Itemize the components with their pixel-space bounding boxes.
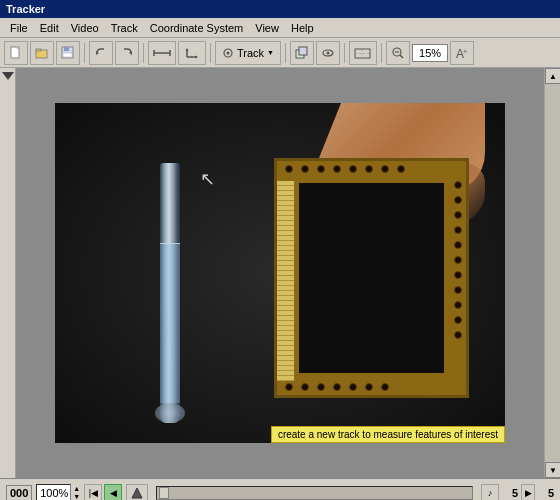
- open-icon: [35, 46, 49, 60]
- percentage-display: ▲ ▼: [36, 484, 80, 501]
- track-button[interactable]: Track ▼: [215, 41, 281, 65]
- scroll-up-icon: ▲: [549, 72, 557, 81]
- frame-count-left: 5: [502, 487, 518, 499]
- undo-icon: [94, 46, 108, 60]
- calibration-button[interactable]: [148, 41, 176, 65]
- right-scrollbar: ▲ ▼: [544, 68, 560, 478]
- track-label: Track: [237, 47, 264, 59]
- zoom-out-button[interactable]: [386, 41, 410, 65]
- frame-display: 000: [6, 485, 32, 501]
- separator-1: [84, 43, 85, 63]
- toolbar: Track ▼ A: [0, 38, 560, 68]
- menu-help[interactable]: Help: [285, 20, 320, 36]
- axes-button[interactable]: [178, 41, 206, 65]
- axes-icon: [182, 46, 202, 60]
- svg-line-27: [400, 55, 403, 58]
- percentage-input[interactable]: [36, 484, 71, 501]
- svg-marker-30: [132, 488, 142, 498]
- visibility-button[interactable]: [316, 41, 340, 65]
- menu-bar: File Edit Video Track Coordinate System …: [0, 18, 560, 38]
- svg-text:+: +: [463, 48, 467, 55]
- menu-track[interactable]: Track: [105, 20, 144, 36]
- svg-rect-3: [36, 49, 41, 51]
- play-back-icon: ◀: [110, 488, 117, 498]
- holes-bottom: [285, 383, 389, 391]
- speaker-button[interactable]: ♪: [481, 484, 499, 501]
- speaker-icon: ♪: [488, 488, 493, 498]
- menu-video[interactable]: Video: [65, 20, 105, 36]
- new-button[interactable]: [4, 41, 28, 65]
- app-title: Tracker: [6, 3, 45, 15]
- new-icon: [9, 46, 23, 60]
- menu-file[interactable]: File: [4, 20, 34, 36]
- pct-spinner-up[interactable]: ▲ ▼: [73, 485, 80, 500]
- video-frame: ↖ create a new track to measure features…: [55, 103, 505, 443]
- tube-base: [155, 403, 185, 423]
- menu-edit[interactable]: Edit: [34, 20, 65, 36]
- frame-number: 000: [6, 485, 32, 501]
- clone-button[interactable]: [290, 41, 314, 65]
- coords-icon: [353, 46, 373, 60]
- separator-5: [344, 43, 345, 63]
- clone-icon: [295, 46, 309, 60]
- redo-button[interactable]: [115, 41, 139, 65]
- separator-6: [381, 43, 382, 63]
- menu-view[interactable]: View: [249, 20, 285, 36]
- svg-rect-6: [63, 53, 72, 57]
- playback-controls: |◀ ◀: [84, 484, 122, 501]
- svg-marker-15: [195, 55, 198, 58]
- open-button[interactable]: [30, 41, 54, 65]
- scroll-up-button[interactable]: ▲: [545, 68, 560, 84]
- scroll-down-button[interactable]: ▼: [545, 462, 560, 478]
- notch-indicator: [2, 72, 14, 80]
- track-dropdown-arrow: ▼: [267, 49, 274, 56]
- frame-count-right: 5: [538, 487, 554, 499]
- frame-inner: [299, 183, 444, 373]
- holes-right: [454, 181, 462, 339]
- slider-thumb[interactable]: [159, 487, 169, 499]
- svg-point-17: [227, 51, 230, 54]
- status-text: create a new track to measure features o…: [278, 429, 498, 440]
- video-canvas: ↖ create a new track to measure features…: [55, 103, 505, 443]
- zoom-in-button[interactable]: A +: [450, 41, 474, 65]
- undo-button[interactable]: [89, 41, 113, 65]
- mark-track-button[interactable]: [126, 484, 148, 501]
- main-area: ↖ create a new track to measure features…: [0, 68, 560, 478]
- play-back-button[interactable]: ◀: [104, 484, 122, 501]
- coords-button[interactable]: [349, 41, 377, 65]
- frame-wood: [274, 158, 469, 398]
- visibility-icon: [321, 46, 335, 60]
- left-panel: [0, 68, 16, 478]
- right-controls: ♪ 5 ▶ 5: [481, 484, 554, 501]
- glass-tube: [155, 163, 185, 423]
- zoom-display: [412, 44, 448, 62]
- tube-water: [160, 243, 180, 403]
- zoom-in-icon: A +: [455, 46, 469, 60]
- menu-coordinate-system[interactable]: Coordinate System: [144, 20, 250, 36]
- scroll-down-icon: ▼: [549, 466, 557, 475]
- playback-slider[interactable]: [156, 486, 473, 500]
- status-overlay: create a new track to measure features o…: [271, 426, 505, 443]
- goto-start-button[interactable]: |◀: [84, 484, 102, 501]
- separator-3: [210, 43, 211, 63]
- separator-2: [143, 43, 144, 63]
- svg-point-21: [327, 51, 330, 54]
- svg-rect-19: [299, 47, 307, 55]
- mark-track-icon: [130, 486, 144, 500]
- holes-top: [285, 165, 405, 173]
- svg-marker-14: [186, 48, 189, 51]
- video-area[interactable]: ↖ create a new track to measure features…: [16, 68, 544, 478]
- redo-icon: [120, 46, 134, 60]
- cursor-arrow: ↖: [200, 168, 215, 190]
- zoom-input[interactable]: [412, 44, 448, 62]
- save-button[interactable]: [56, 41, 80, 65]
- zoom-out-icon: [391, 46, 405, 60]
- separator-4: [285, 43, 286, 63]
- step-fwd-button[interactable]: ▶: [521, 484, 535, 501]
- ruler: [277, 181, 295, 381]
- svg-rect-5: [64, 47, 69, 51]
- title-bar: Tracker: [0, 0, 560, 18]
- save-icon: [61, 46, 75, 60]
- scroll-track[interactable]: [545, 84, 560, 462]
- bottom-toolbar: 000 ▲ ▼ |◀ ◀ ♪ 5 ▶ 5: [0, 478, 560, 500]
